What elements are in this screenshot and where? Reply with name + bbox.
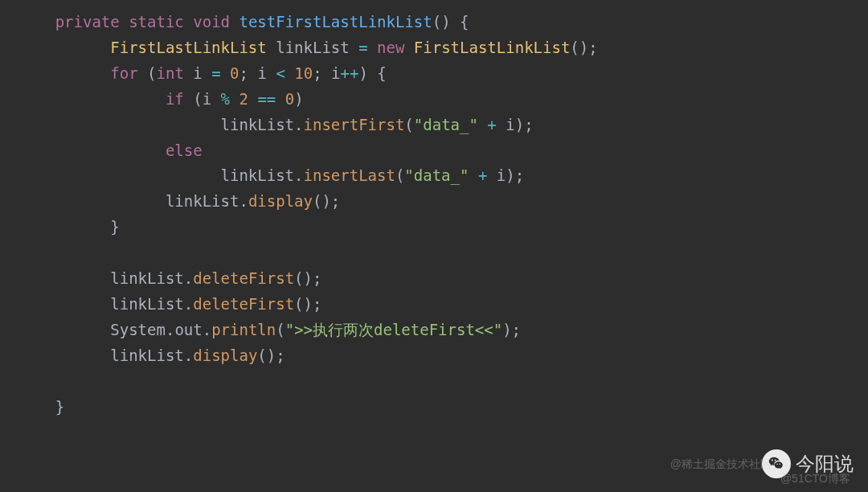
op-plus: + xyxy=(478,166,487,184)
var: linkList xyxy=(276,39,350,56)
semi: ; xyxy=(588,39,597,56)
rparen: ) xyxy=(506,166,514,184)
semi: ; xyxy=(515,166,524,184)
dot: . xyxy=(184,269,193,287)
kw-void: void xyxy=(193,13,230,31)
var: linkList xyxy=(166,192,240,210)
num: 2 xyxy=(240,90,248,108)
var-out: out xyxy=(174,321,202,338)
op: < xyxy=(276,64,285,82)
kw-new: new xyxy=(377,39,404,56)
string: ">>执行两次deleteFirst<<" xyxy=(285,321,502,338)
var: linkList xyxy=(221,166,295,184)
kw-if: if xyxy=(166,90,184,108)
num: 10 xyxy=(294,64,313,82)
brace: { xyxy=(377,64,386,82)
op-plus: + xyxy=(487,116,496,133)
lparen: ( xyxy=(193,90,202,108)
string: "data_" xyxy=(404,166,469,184)
lparen: ( xyxy=(276,321,285,338)
method-name: testFirstLastLinkList xyxy=(239,13,432,31)
lparen: ( xyxy=(395,166,404,184)
dot: . xyxy=(294,166,303,184)
kw-for: for xyxy=(110,64,137,82)
semi: ; xyxy=(313,64,321,82)
type: FirstLastLinkList xyxy=(414,39,570,56)
op: = xyxy=(358,39,367,56)
var-i: i xyxy=(506,116,514,133)
var-i: i xyxy=(257,64,266,82)
method: deleteFirst xyxy=(193,269,294,287)
op-eq: == xyxy=(257,90,276,108)
semi: ; xyxy=(512,321,521,338)
code-pre: private static void testFirstLastLinkLis… xyxy=(0,10,868,420)
kw-private: private xyxy=(55,13,120,31)
op-inc: ++ xyxy=(341,64,359,82)
semi: ; xyxy=(276,346,285,364)
type: FirstLastLinkList xyxy=(110,39,266,56)
var-i: i xyxy=(193,64,202,82)
var: linkList xyxy=(110,269,184,287)
parens: () xyxy=(313,192,331,210)
rparen: ) xyxy=(502,321,511,338)
semi: ; xyxy=(240,64,248,82)
brace: } xyxy=(55,398,64,416)
op: = xyxy=(211,64,220,82)
type-int: int xyxy=(157,64,184,82)
var: linkList xyxy=(110,295,184,313)
semi: ; xyxy=(524,116,533,133)
num: 0 xyxy=(285,90,294,108)
lparen: ( xyxy=(404,116,413,133)
parens: () xyxy=(294,295,313,313)
semi: ; xyxy=(313,295,321,313)
var: linkList xyxy=(221,116,295,133)
var-system: System xyxy=(110,321,166,338)
brace: { xyxy=(460,13,469,31)
rparen: ) xyxy=(358,64,367,82)
parens: () xyxy=(432,13,451,31)
method: insertFirst xyxy=(304,116,405,133)
dot: . xyxy=(184,346,193,364)
var-i: i xyxy=(331,64,340,82)
code-block: private static void testFirstLastLinkLis… xyxy=(0,0,868,420)
watermark-sub2: @51CTO博客 xyxy=(780,469,850,489)
method: insertLast xyxy=(304,166,395,184)
dot: . xyxy=(203,321,211,338)
var-i: i xyxy=(203,90,211,108)
rparen: ) xyxy=(294,90,303,108)
var: linkList xyxy=(110,346,184,364)
parens: () xyxy=(294,269,313,287)
parens: () xyxy=(257,346,276,364)
method: deleteFirst xyxy=(193,295,294,313)
method: display xyxy=(248,192,313,210)
brace: } xyxy=(110,218,119,236)
semi: ; xyxy=(331,192,340,210)
method: display xyxy=(193,346,257,364)
num: 0 xyxy=(230,64,239,82)
kw-else: else xyxy=(166,141,203,159)
dot: . xyxy=(294,116,303,133)
kw-static: static xyxy=(129,13,184,31)
parens: () xyxy=(570,39,588,56)
watermark-sub1: @稀土掘金技术社区 xyxy=(670,455,772,474)
dot: . xyxy=(166,321,174,338)
semi: ; xyxy=(313,269,321,287)
op-mod: % xyxy=(221,90,230,108)
var-i: i xyxy=(497,166,506,184)
rparen: ) xyxy=(515,116,524,133)
dot: . xyxy=(184,295,193,313)
dot: . xyxy=(239,192,248,210)
string: "data_" xyxy=(414,116,478,133)
lparen: ( xyxy=(147,64,156,82)
method: println xyxy=(211,321,276,338)
